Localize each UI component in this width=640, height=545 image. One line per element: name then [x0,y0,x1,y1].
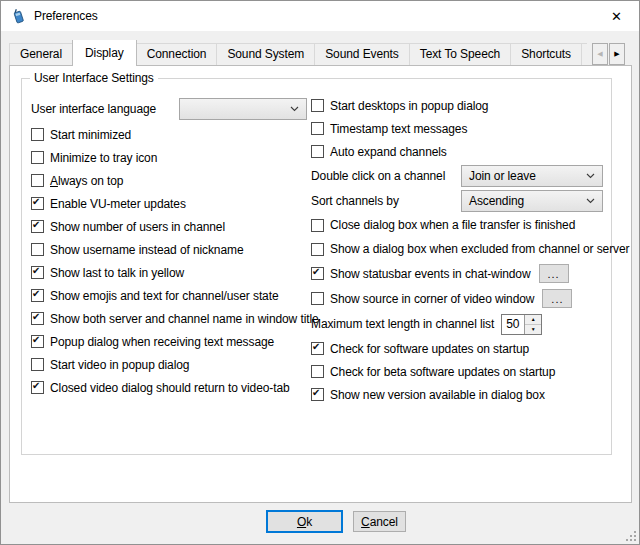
row-video-source-corner[interactable]: Show source in corner of video window ..… [311,286,603,311]
checkbox-label: Popup dialog when receiving text message [50,335,274,349]
checkbox[interactable] [311,243,324,256]
row-start-desktops-popup[interactable]: Start desktops in popup dialog [311,94,603,117]
checkbox[interactable] [31,151,44,164]
row-show-last-talk[interactable]: Show last to talk in yellow [31,261,307,284]
checkbox-label: Check for software updates on startup [330,342,529,356]
checkbox-label: Start minimized [50,128,131,142]
sort-channels-value: Ascending [469,194,586,208]
row-minimize-to-tray[interactable]: Minimize to tray icon [31,146,307,169]
tab-scroll-right-icon[interactable]: ▶ [609,43,625,65]
checkbox-label: Minimize to tray icon [50,151,157,165]
checkbox[interactable] [31,197,44,210]
titlebar[interactable]: Preferences ✕ [1,1,639,31]
checkbox[interactable] [31,312,44,325]
checkbox-label: Close dialog box when a file transfer is… [330,218,575,232]
max-text-length-input[interactable]: 50 [502,315,524,334]
tab-connection[interactable]: Connection [136,43,218,65]
checkbox-label: Show username instead of nickname [50,243,243,257]
row-show-number-users[interactable]: Show number of users in channel [31,215,307,238]
tab-shortcuts[interactable]: Shortcuts [510,43,582,65]
checkbox[interactable] [31,335,44,348]
row-double-click-channel: Double click on a channel Join or leave [311,163,603,188]
sort-channels-combobox[interactable]: Ascending [461,190,603,212]
tab-sound-events[interactable]: Sound Events [314,43,410,65]
language-combobox[interactable] [179,98,307,120]
checkbox[interactable] [311,342,324,355]
checkbox-label: Show a dialog box when excluded from cha… [330,242,629,256]
row-timestamp-messages[interactable]: Timestamp text messages [311,117,603,140]
spin-buttons: ▲ ▼ [524,315,541,334]
checkbox[interactable] [31,381,44,394]
checkbox-label: Show number of users in channel [50,220,225,234]
checkbox[interactable] [311,219,324,232]
checkbox[interactable] [31,358,44,371]
row-show-server-channel-title[interactable]: Show both server and channel name in win… [31,307,307,330]
checkbox[interactable] [31,266,44,279]
checkbox[interactable] [31,289,44,302]
tab-sound-system[interactable]: Sound System [216,43,315,65]
row-closed-video-return[interactable]: Closed video dialog should return to vid… [31,376,307,399]
row-always-on-top[interactable]: Always on top [31,169,307,192]
checkbox-label: Closed video dialog should return to vid… [50,381,290,395]
left-column: User interface language Start minimized … [31,94,307,399]
checkbox-label: Show source in corner of video window [330,292,534,306]
spin-up-icon[interactable]: ▲ [525,315,541,325]
row-enable-vu-meter[interactable]: Enable VU-meter updates [31,192,307,215]
checkbox-label: Show both server and channel name in win… [50,312,319,326]
tab-scroll-buttons: ◀ ▶ [592,43,625,65]
row-sort-channels: Sort channels by Ascending [311,188,603,213]
checkbox-label: Show new version available in dialog box [330,388,545,402]
row-show-new-version[interactable]: Show new version available in dialog box [311,383,603,406]
row-check-updates[interactable]: Check for software updates on startup [311,337,603,360]
double-click-combobox[interactable]: Join or leave [461,165,603,187]
checkbox[interactable] [311,267,324,280]
row-check-beta-updates[interactable]: Check for beta software updates on start… [311,360,603,383]
row-start-minimized[interactable]: Start minimized [31,123,307,146]
max-text-length-spinbox: 50 ▲ ▼ [501,314,542,335]
checkbox[interactable] [31,243,44,256]
tab-bar: General Display Connection Sound System … [9,40,587,66]
row-popup-text-message[interactable]: Popup dialog when receiving text message [31,330,307,353]
checkbox[interactable] [31,220,44,233]
window-title: Preferences [34,9,98,23]
checkbox[interactable] [311,388,324,401]
tab-text-to-speech[interactable]: Text To Speech [409,43,511,65]
checkbox-label: Check for beta software updates on start… [330,365,555,379]
checkbox[interactable] [311,145,324,158]
row-auto-expand-channels[interactable]: Auto expand channels [311,140,603,163]
ok-button[interactable]: Ok [266,510,343,533]
checkbox[interactable] [311,365,324,378]
tab-general[interactable]: General [9,43,73,65]
checkbox[interactable] [31,174,44,187]
row-close-dialog-file-transfer[interactable]: Close dialog box when a file transfer is… [311,213,603,237]
resize-grip[interactable] [625,530,637,542]
tab-video[interactable]: Video [581,43,587,65]
spin-down-icon[interactable]: ▼ [525,325,541,334]
tab-scroll-left-icon[interactable]: ◀ [592,43,608,65]
row-statusbar-events[interactable]: Show statusbar events in chat-window ... [311,261,603,286]
double-click-value: Join or leave [469,169,586,183]
close-icon[interactable]: ✕ [594,1,639,31]
row-start-video-popup[interactable]: Start video in popup dialog [31,353,307,376]
checkbox[interactable] [311,122,324,135]
cancel-button-label: Cancel [361,515,398,529]
group-title: User Interface Settings [30,71,158,85]
checkbox[interactable] [31,128,44,141]
row-show-username[interactable]: Show username instead of nickname [31,238,307,261]
tab-display[interactable]: Display [72,40,137,66]
row-language: User interface language [31,94,307,123]
checkbox[interactable] [311,292,324,305]
chevron-down-icon [586,173,595,179]
chevron-down-icon [290,106,299,112]
checkbox-label: Start desktops in popup dialog [330,99,488,113]
app-icon[interactable] [10,8,26,24]
checkbox[interactable] [311,99,324,112]
cancel-button[interactable]: Cancel [353,511,406,532]
statusbar-events-ellipsis-button[interactable]: ... [539,264,569,283]
row-show-dialog-excluded[interactable]: Show a dialog box when excluded from cha… [311,237,603,261]
checkbox-label: Start video in popup dialog [50,358,189,372]
checkbox-label: Timestamp text messages [330,122,467,136]
checkbox-label: Show last to talk in yellow [50,266,184,280]
video-source-ellipsis-button[interactable]: ... [542,289,572,308]
row-show-emojis[interactable]: Show emojis and text for channel/user st… [31,284,307,307]
